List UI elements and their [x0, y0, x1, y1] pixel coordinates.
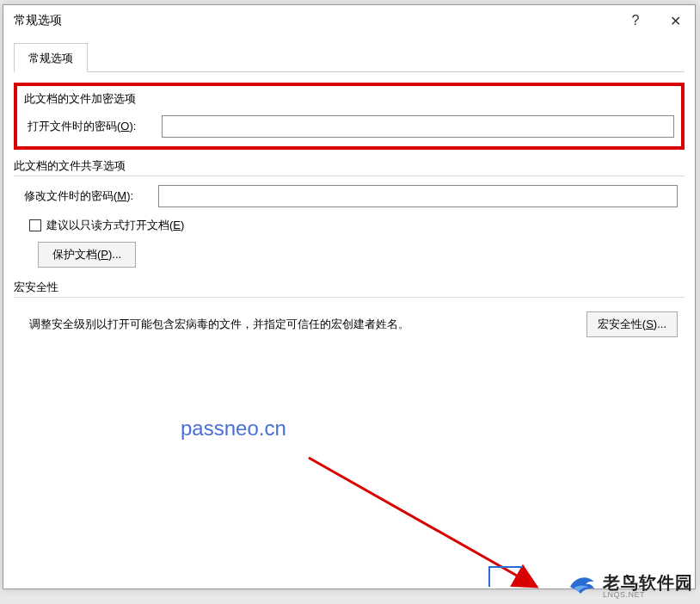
tab-strip: 常规选项: [14, 43, 685, 72]
readonly-checkbox-row[interactable]: 建议以只读方式打开文档(E): [14, 207, 685, 233]
modify-password-input[interactable]: [158, 185, 678, 207]
help-button[interactable]: ?: [616, 5, 655, 36]
logo-en: LNQS.NET: [603, 591, 693, 599]
bird-logo-icon: [568, 573, 598, 599]
readonly-checkbox[interactable]: [29, 219, 41, 231]
site-logo: 老鸟软件园 LNQS.NET: [568, 573, 693, 599]
macro-row: 调整安全级别以打开可能包含宏病毒的文件，并指定可信任的宏创建者姓名。 宏安全性(…: [14, 306, 685, 337]
tab-general-options[interactable]: 常规选项: [14, 43, 88, 72]
readonly-checkbox-label: 建议以只读方式打开文档(E): [46, 218, 184, 233]
logo-cn: 老鸟软件园: [603, 574, 693, 591]
share-section-title: 此文档的文件共享选项: [14, 158, 685, 176]
encrypt-section-highlight: 此文档的文件加密选项 打开文件时的密码(O):: [14, 83, 685, 150]
macro-description: 调整安全级别以打开可能包含宏病毒的文件，并指定可信任的宏创建者姓名。: [29, 317, 409, 332]
close-button[interactable]: ✕: [655, 5, 695, 36]
macro-security-button[interactable]: 宏安全性(S)...: [586, 311, 678, 337]
help-icon: ?: [632, 13, 640, 28]
macro-section-title: 宏安全性: [14, 280, 685, 298]
dialog-body: 常规选项 此文档的文件加密选项 打开文件时的密码(O): 此文档的文件共享选项 …: [3, 36, 695, 589]
close-icon: ✕: [670, 13, 681, 29]
titlebar: 常规选项 ? ✕: [3, 5, 695, 36]
open-password-row: 打开文件时的密码(O):: [24, 115, 674, 138]
modify-password-label: 修改文件时的密码(M):: [21, 188, 158, 204]
encrypt-section-title: 此文档的文件加密选项: [24, 91, 674, 107]
open-password-input[interactable]: [162, 115, 674, 138]
general-options-dialog: 常规选项 ? ✕ 常规选项 此文档的文件加密选项 打开文件时的密码(O): 此文…: [3, 4, 696, 589]
dialog-title: 常规选项: [14, 13, 616, 28]
annotation-arrow-icon: [304, 453, 580, 604]
protect-document-button[interactable]: 保护文档(P)...: [38, 242, 136, 268]
macro-security-section: 宏安全性 调整安全级别以打开可能包含宏病毒的文件，并指定可信任的宏创建者姓名。 …: [14, 280, 685, 337]
logo-text: 老鸟软件园 LNQS.NET: [603, 574, 693, 599]
watermark-text: passneo.cn: [181, 416, 286, 441]
modify-password-row: 修改文件时的密码(M):: [14, 185, 685, 207]
share-section: 此文档的文件共享选项 修改文件时的密码(M): 建议以只读方式打开文档(E) 保…: [14, 158, 685, 268]
open-password-label: 打开文件时的密码(O):: [24, 119, 162, 134]
ok-button-partial[interactable]: [488, 566, 523, 587]
